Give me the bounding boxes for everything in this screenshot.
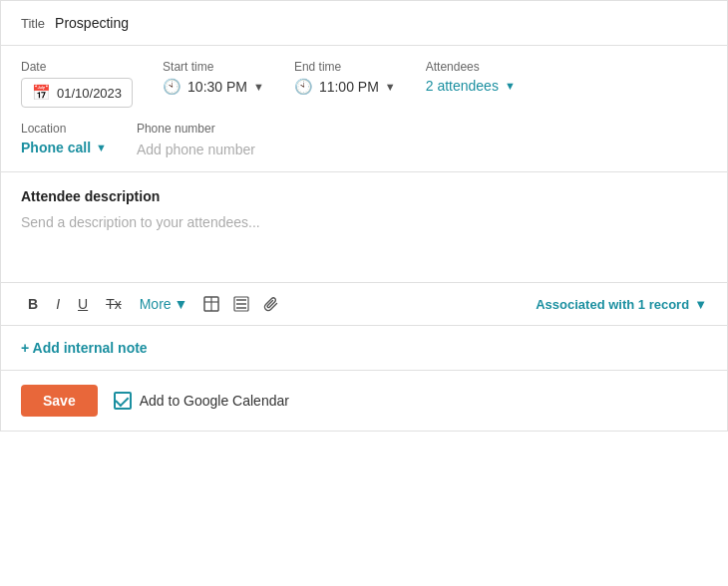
google-calendar-label: Add to Google Calendar: [140, 393, 289, 409]
toolbar-left: B I U Tx More ▼: [21, 291, 284, 317]
description-placeholder-text[interactable]: Send a description to your attendees...: [21, 212, 707, 272]
phone-call-label: Phone call: [21, 140, 91, 155]
start-time-value: 10:30 PM: [187, 79, 247, 95]
attendees-field-group: Attendees 2 attendees ▼: [426, 60, 516, 94]
add-note-label: + Add internal note: [21, 340, 148, 356]
add-phone-placeholder[interactable]: Add phone number: [137, 140, 255, 157]
underline-button[interactable]: U: [71, 291, 95, 317]
end-time-field-group: End time 🕙 11:00 PM ▼: [294, 60, 396, 96]
google-calendar-row: Add to Google Calendar: [114, 392, 289, 410]
attachment-icon-button[interactable]: [258, 291, 284, 317]
date-value: 01/10/2023: [57, 86, 122, 101]
toolbar-section: B I U Tx More ▼: [1, 283, 727, 326]
google-calendar-checkbox[interactable]: [114, 392, 132, 410]
start-time-picker[interactable]: 🕙 10:30 PM ▼: [163, 78, 264, 96]
more-label: More: [140, 296, 172, 312]
description-section: Attendee description Send a description …: [1, 172, 727, 283]
phone-number-field-group: Phone number Add phone number: [137, 122, 255, 157]
footer-section: Save Add to Google Calendar: [1, 371, 727, 431]
add-note-section: + Add internal note: [1, 326, 727, 371]
calendar-icon: 📅: [32, 84, 51, 102]
main-container: Title Date 📅 01/10/2023 Start time 🕙 10:…: [0, 0, 728, 432]
location-type-picker[interactable]: Phone call ▼: [21, 140, 107, 155]
end-time-dropdown-arrow: ▼: [385, 81, 396, 93]
save-button[interactable]: Save: [21, 385, 98, 417]
title-row: Title: [1, 1, 727, 46]
phone-call-button[interactable]: Phone call ▼: [21, 140, 107, 155]
attendees-dropdown-arrow: ▼: [505, 80, 516, 92]
more-button[interactable]: More ▼: [133, 291, 195, 317]
clock-icon-end: 🕙: [294, 78, 313, 96]
description-heading: Attendee description: [21, 188, 707, 204]
phone-number-label: Phone number: [137, 122, 255, 136]
start-time-label: Start time: [163, 60, 264, 74]
date-field-group: Date 📅 01/10/2023: [21, 60, 133, 108]
end-time-picker[interactable]: 🕙 11:00 PM ▼: [294, 78, 396, 96]
more-dropdown-arrow: ▼: [175, 296, 188, 312]
start-time-field-group: Start time 🕙 10:30 PM ▼: [163, 60, 264, 96]
location-row: Location Phone call ▼ Phone number Add p…: [21, 122, 707, 157]
bold-button[interactable]: B: [21, 291, 45, 317]
datetime-fields-row: Date 📅 01/10/2023 Start time 🕙 10:30 PM …: [21, 60, 707, 108]
attendees-label: Attendees: [426, 60, 516, 74]
strikethrough-button[interactable]: Tx: [99, 291, 129, 317]
add-internal-note-button[interactable]: + Add internal note: [21, 340, 148, 356]
end-time-label: End time: [294, 60, 396, 74]
location-field-group: Location Phone call ▼: [21, 122, 107, 155]
attendees-picker[interactable]: 2 attendees ▼: [426, 78, 516, 94]
start-time-dropdown-arrow: ▼: [253, 81, 264, 93]
date-picker[interactable]: 📅 01/10/2023: [21, 78, 133, 108]
associated-label: Associated with 1 record: [536, 297, 689, 312]
end-time-value: 11:00 PM: [319, 79, 379, 95]
toolbar-right: Associated with 1 record ▼: [536, 297, 707, 312]
table-icon-button[interactable]: [198, 291, 224, 317]
associated-records-button[interactable]: Associated with 1 record ▼: [536, 297, 707, 312]
italic-button[interactable]: I: [49, 291, 67, 317]
title-label: Title: [21, 16, 45, 31]
associated-dropdown-arrow: ▼: [694, 297, 707, 312]
phone-number-input-wrap[interactable]: Add phone number: [137, 140, 255, 157]
phone-call-dropdown-arrow: ▼: [96, 142, 107, 153]
attendees-value: 2 attendees: [426, 78, 499, 94]
title-input[interactable]: [55, 15, 707, 31]
clock-icon-start: 🕙: [163, 78, 182, 96]
list-icon-button[interactable]: [228, 291, 254, 317]
date-label: Date: [21, 60, 133, 74]
datetime-section: Date 📅 01/10/2023 Start time 🕙 10:30 PM …: [1, 46, 727, 172]
location-label: Location: [21, 122, 107, 136]
